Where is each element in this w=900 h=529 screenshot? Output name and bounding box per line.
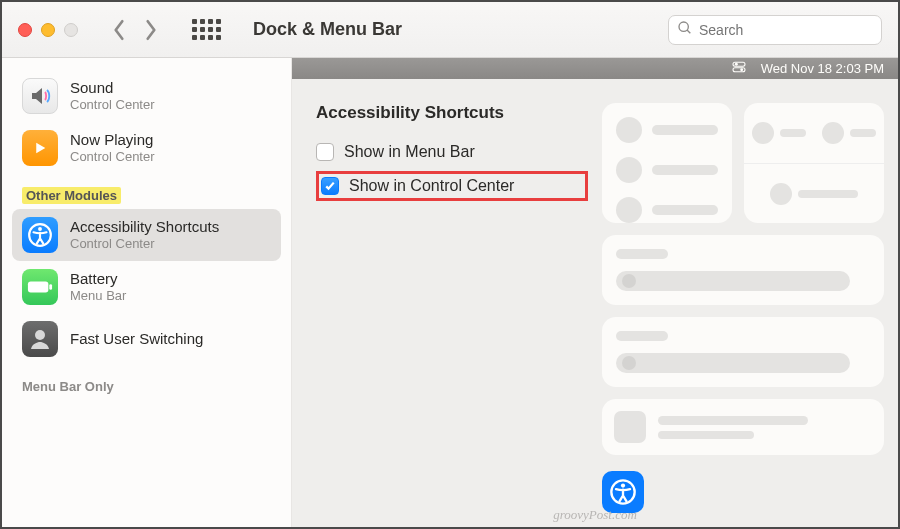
svg-point-0	[679, 22, 688, 31]
window-controls	[18, 23, 78, 37]
control-center-preview	[602, 103, 884, 513]
svg-rect-7	[733, 62, 745, 66]
svg-point-12	[621, 483, 625, 487]
sidebar-item-sublabel: Control Center	[70, 149, 155, 165]
battery-icon	[22, 269, 58, 305]
sound-icon	[22, 78, 58, 114]
menubar-datetime: Wed Nov 18 2:03 PM	[761, 61, 884, 76]
sidebar-item-label: Sound	[70, 79, 155, 98]
svg-point-9	[735, 63, 738, 66]
option-label: Show in Menu Bar	[344, 143, 475, 161]
settings-heading: Accessibility Shortcuts	[316, 103, 588, 123]
sidebar-item-label: Accessibility Shortcuts	[70, 218, 219, 237]
preferences-window: Dock & Menu Bar Sound Control Center	[0, 0, 900, 529]
sidebar-item-sublabel: Menu Bar	[70, 288, 126, 304]
preview-card-toggles	[602, 103, 732, 223]
now-playing-icon	[22, 130, 58, 166]
forward-button[interactable]	[144, 19, 158, 41]
sidebar: Sound Control Center Now Playing Control…	[2, 58, 292, 527]
sidebar-item-fast-user-switching[interactable]: Fast User Switching	[12, 313, 281, 365]
watermark: groovyPost.com	[553, 507, 637, 523]
svg-point-10	[740, 68, 743, 71]
sidebar-item-now-playing[interactable]: Now Playing Control Center	[12, 122, 281, 174]
close-button[interactable]	[18, 23, 32, 37]
settings-pane: Accessibility Shortcuts Show in Menu Bar…	[316, 103, 588, 513]
svg-point-6	[35, 330, 45, 340]
sidebar-item-sublabel: Control Center	[70, 236, 219, 252]
sidebar-item-label: Now Playing	[70, 131, 155, 150]
sidebar-item-sublabel: Control Center	[70, 97, 155, 113]
sidebar-item-label: Battery	[70, 270, 126, 289]
svg-rect-8	[733, 68, 745, 72]
sidebar-item-accessibility-shortcuts[interactable]: Accessibility Shortcuts Control Center	[12, 209, 281, 261]
checkbox-control-center[interactable]	[321, 177, 339, 195]
minimize-button[interactable]	[41, 23, 55, 37]
svg-point-3	[38, 227, 42, 231]
option-label: Show in Control Center	[349, 177, 514, 195]
preview-card-grid	[744, 103, 884, 223]
svg-line-1	[687, 30, 690, 33]
zoom-button[interactable]	[64, 23, 78, 37]
control-center-menubar-icon	[731, 59, 747, 78]
option-show-in-control-center[interactable]: Show in Control Center	[316, 171, 588, 201]
sidebar-header-menubar-only: Menu Bar Only	[12, 365, 281, 400]
accessibility-icon	[22, 217, 58, 253]
option-show-in-menu-bar[interactable]: Show in Menu Bar	[316, 143, 588, 161]
sidebar-header-other-modules: Other Modules	[12, 174, 281, 209]
svg-rect-4	[28, 281, 48, 292]
user-icon	[22, 321, 58, 357]
sidebar-item-battery[interactable]: Battery Menu Bar	[12, 261, 281, 313]
back-button[interactable]	[112, 19, 126, 41]
window-title: Dock & Menu Bar	[253, 19, 402, 40]
sidebar-item-sound[interactable]: Sound Control Center	[12, 70, 281, 122]
svg-rect-5	[49, 284, 52, 290]
sidebar-item-label: Fast User Switching	[70, 330, 203, 349]
preview-card-slider-2	[602, 317, 884, 387]
search-input[interactable]	[699, 22, 873, 38]
main-panel: Wed Nov 18 2:03 PM Accessibility Shortcu…	[292, 58, 898, 527]
preview-card-media	[602, 399, 884, 455]
search-icon	[677, 20, 693, 40]
toolbar: Dock & Menu Bar	[2, 2, 898, 58]
preview-card-slider-1	[602, 235, 884, 305]
show-all-button[interactable]	[192, 19, 221, 40]
menubar-preview: Wed Nov 18 2:03 PM	[292, 58, 898, 79]
checkbox-menu-bar[interactable]	[316, 143, 334, 161]
nav-arrows	[112, 19, 158, 41]
search-field[interactable]	[668, 15, 882, 45]
